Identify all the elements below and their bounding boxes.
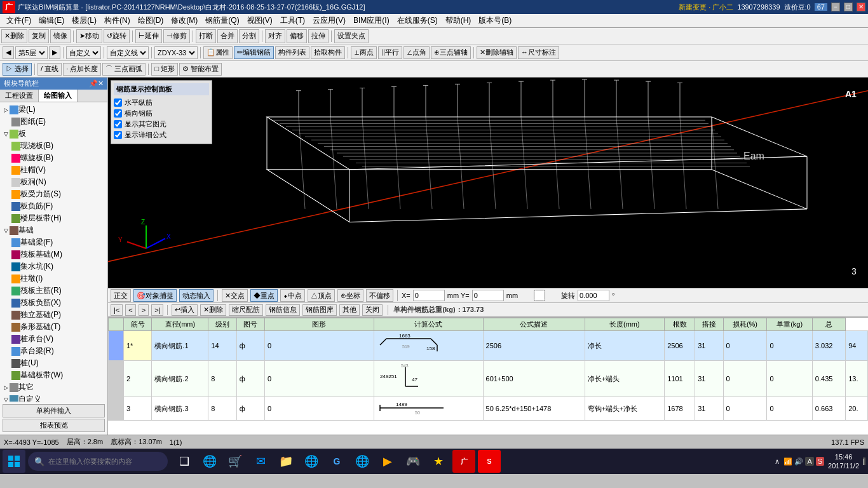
tree-item-pit[interactable]: 集水坑(K) <box>9 261 106 273</box>
tree-item-found-band[interactable]: 基础板带(W) <box>9 369 106 381</box>
tray-ime-en[interactable]: A <box>805 457 813 466</box>
nav-prev[interactable]: < <box>125 304 135 316</box>
code-select[interactable]: ZDYX-33 <box>154 46 198 59</box>
taskbar-icon-mail[interactable]: ✉ <box>249 450 272 473</box>
option-detail-formula[interactable]: 显示详细公式 <box>114 130 209 140</box>
maximize-button[interactable]: □ <box>844 3 853 11</box>
tree-item-column-cap[interactable]: 柱帽(V) <box>9 164 106 176</box>
table-row[interactable]: 2 横向钢筋.2 8 ф 0 249251 47 543 <box>109 361 868 397</box>
tree-item-slab-hole[interactable]: 板洞(N) <box>9 176 106 188</box>
tree-item-found-beam[interactable]: 基础梁(F) <box>9 236 106 248</box>
btn-two-point[interactable]: ⊥两点 <box>351 46 377 59</box>
btn-property[interactable]: 📋属性 <box>203 46 233 59</box>
layer-prev[interactable]: ◀ <box>3 46 14 59</box>
btn-close[interactable]: 关闭 <box>362 304 383 316</box>
btn-line[interactable]: / 直线 <box>37 63 62 76</box>
menu-bim[interactable]: BIM应用(I) <box>349 14 393 27</box>
tray-volume[interactable]: 🔊 <box>794 458 803 466</box>
toolbar-copy[interactable]: 复制 <box>29 29 49 43</box>
toolbar-offset[interactable]: 偏移 <box>287 29 307 43</box>
snap-no-offset[interactable]: 不偏移 <box>366 289 393 302</box>
snap-object[interactable]: 🎯对象捕捉 <box>133 289 177 302</box>
rotate-checkbox[interactable] <box>520 290 559 301</box>
menu-tools[interactable]: 工具(T) <box>276 14 309 27</box>
nav-first[interactable]: |< <box>111 304 123 316</box>
tab-draw-input[interactable]: 绘图输入 <box>39 90 78 102</box>
panel-pin-button[interactable]: 📌✕ <box>89 79 104 88</box>
3d-viewport[interactable]: 钢筋显示控制面板 水平纵筋 横向钢筋 显示其它图元 显示详细公式 <box>108 78 868 288</box>
btn-three-axis[interactable]: ⊕三点辅轴 <box>431 46 471 59</box>
snap-coord[interactable]: ⊕坐标 <box>337 289 363 302</box>
btn-rebar-lib[interactable]: 钢筋图库 <box>302 304 337 316</box>
btn-angle[interactable]: ∠点角 <box>403 46 430 59</box>
taskbar-icon-explorer[interactable]: 📁 <box>275 450 297 473</box>
toolbar-break[interactable]: 打断 <box>196 29 216 43</box>
chk-other[interactable] <box>114 120 122 128</box>
menu-help[interactable]: 帮助(H) <box>442 14 475 27</box>
toolbar-delete[interactable]: ✕删除 <box>1 29 27 43</box>
tab-project-settings[interactable]: 工程设置 <box>0 90 39 102</box>
close-button[interactable]: ✕ <box>857 3 865 11</box>
tree-item-raft-main[interactable]: 筏板主筋(R) <box>9 285 106 297</box>
toolbar-rotate[interactable]: ↺旋转 <box>104 29 130 43</box>
toolbar-set-constraint[interactable]: 设置夹点 <box>334 29 369 43</box>
tree-item-pile-cap[interactable]: 桩承台(V) <box>9 333 106 345</box>
taskbar-icon-app1[interactable]: ▶ <box>376 450 399 473</box>
clock[interactable]: 15:46 2017/11/2 <box>828 452 859 471</box>
snap-ortho[interactable]: 正交 <box>111 289 131 302</box>
btn-delete-axis[interactable]: ✕删除辅轴 <box>477 46 517 59</box>
btn-rect[interactable]: □ 矩形 <box>151 63 178 76</box>
tree-item-other[interactable]: ▷ 其它 <box>1 381 106 393</box>
btn-pick[interactable]: 拾取构件 <box>311 46 345 59</box>
x-input[interactable] <box>413 290 445 301</box>
tree-item-spiral-slab[interactable]: 螺旋板(B) <box>9 152 106 164</box>
taskbar-icon-ie[interactable]: 🌐 <box>300 450 323 473</box>
tree-item-isolated-found[interactable]: 独立基础(P) <box>9 309 106 321</box>
type-select[interactable]: 自定义 <box>66 46 101 59</box>
toolbar-mirror[interactable]: 镜像 <box>50 29 71 43</box>
snap-endpoint[interactable]: △顶点 <box>308 289 335 302</box>
btn-select[interactable]: ▷ 选择 <box>3 63 32 76</box>
taskbar-icon-task-view[interactable]: ❑ <box>173 450 196 473</box>
tree-item-drawing[interactable]: 图纸(E) <box>1 116 106 128</box>
menu-file[interactable]: 文件(F) <box>3 14 35 27</box>
btn-arc[interactable]: ⌒ 三点画弧 <box>102 63 146 76</box>
btn-other[interactable]: 其他 <box>339 304 360 316</box>
btn-single-component[interactable]: 单构件输入 <box>3 404 105 417</box>
toolbar-pull[interactable]: 拉伸 <box>308 29 329 43</box>
btn-parallel[interactable]: ∥平行 <box>378 46 402 59</box>
tree-item-slab-force[interactable]: 板受力筋(S) <box>9 188 106 200</box>
tree-item-custom[interactable]: ▽ 自定义 <box>1 393 106 402</box>
tree-item-raft-neg[interactable]: 筏板负筋(X) <box>9 297 106 309</box>
rotate-input[interactable] <box>578 290 609 301</box>
snap-intersection[interactable]: ✕交点 <box>222 289 248 302</box>
menu-floor[interactable]: 楼层(L) <box>68 14 100 27</box>
tree-item-raft[interactable]: 筏板基础(M) <box>9 248 106 261</box>
option-other-elements[interactable]: 显示其它图元 <box>114 119 209 129</box>
menu-edit[interactable]: 编辑(E) <box>35 14 68 27</box>
menu-component[interactable]: 构件(N) <box>100 14 134 27</box>
start-button[interactable] <box>3 450 25 473</box>
toolbar-trim[interactable]: ⊣修剪 <box>163 29 190 43</box>
snap-center[interactable]: ⬧中点 <box>280 289 305 302</box>
chk-transverse[interactable] <box>114 109 122 118</box>
toolbar-split[interactable]: 分割 <box>239 29 259 43</box>
btn-point-length[interactable]: · 点加长度 <box>63 63 101 76</box>
option-transverse[interactable]: 横向钢筋 <box>114 109 209 118</box>
table-row[interactable]: 1* 横向钢筋.1 14 ф 0 1663 15 <box>109 331 868 361</box>
layer-next[interactable]: ▶ <box>49 46 60 59</box>
tree-item-cast-slab[interactable]: 现浇板(B) <box>9 140 106 152</box>
taskbar-icon-app3[interactable]: ★ <box>427 450 450 473</box>
tree-item-pile[interactable]: 桩(U) <box>9 357 106 369</box>
tree-item-foundation[interactable]: ▽ 基础 <box>1 224 106 236</box>
line-select[interactable]: 自定义线 <box>107 46 149 59</box>
menu-modify[interactable]: 修改(M) <box>167 14 201 27</box>
chk-formula[interactable] <box>114 131 122 139</box>
menu-online[interactable]: 在线服务(S) <box>393 14 442 27</box>
snap-dynamic[interactable]: 动态输入 <box>179 289 214 302</box>
search-bar[interactable]: 🔍 在这里输入你要搜索的内容 <box>28 452 168 471</box>
btn-delete-row[interactable]: ✕删除 <box>200 304 226 316</box>
taskbar-icon-browser2[interactable]: 🌐 <box>351 450 374 473</box>
tray-arrow[interactable]: ∧ <box>775 458 780 466</box>
tree-item-floor-band[interactable]: 楼层板带(H) <box>9 212 106 224</box>
